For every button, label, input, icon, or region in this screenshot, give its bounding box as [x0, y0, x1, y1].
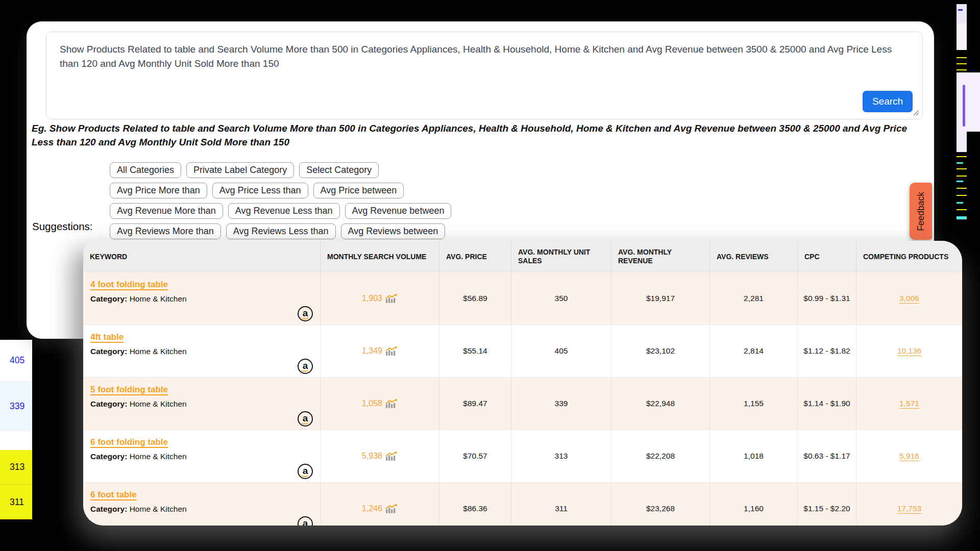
keyword-cell: 4ft table Category: Home & Kitchen a [83, 325, 321, 377]
unit-sales-cell: 313 [511, 430, 611, 482]
search-volume-cell: 5,938 [321, 430, 439, 482]
search-volume-cell: 1,246 [321, 483, 439, 525]
search-volume-cell: 1,903 [321, 272, 439, 324]
chip-avg-reviews-more-than[interactable]: Avg Reviews More than [110, 223, 221, 239]
search-volume-value: 1,349 [362, 346, 382, 356]
amazon-smile-icon [301, 314, 309, 319]
background-spreadsheet-cell: 313 [0, 450, 32, 484]
col-header-avg-price: AVG. PRICE [439, 241, 511, 272]
reviews-cell: 1,155 [710, 378, 798, 430]
category-label: Category: [90, 452, 127, 461]
example-query-text: Eg. Show Products Related to table and S… [32, 121, 931, 149]
col-header-avg-reviews: AVG. REVIEWS [710, 241, 798, 272]
amazon-icon[interactable]: a [298, 516, 313, 525]
keyword-link[interactable]: 6 foot table [90, 490, 137, 500]
revenue-cell: $23,102 [611, 325, 710, 377]
keyword-category: Category: Home & Kitchen [90, 294, 310, 304]
category-value: Home & Kitchen [130, 399, 187, 408]
chip-avg-revenue-between[interactable]: Avg Revenue between [345, 203, 452, 219]
search-volume-cell: 1,058 [321, 378, 439, 430]
screen-artifact [957, 188, 967, 189]
amazon-icon[interactable]: a [298, 411, 313, 427]
screen-artifact [957, 63, 967, 64]
screen-edge-artifacts [957, 0, 980, 240]
keyword-category: Category: Home & Kitchen [90, 399, 310, 409]
results-table-card: KEYWORD MONTHLY SEARCH VOLUME AVG. PRICE… [83, 241, 962, 525]
keyword-link[interactable]: 6 foot folding table [90, 437, 168, 447]
category-label: Category: [90, 399, 127, 408]
screen-artifact [957, 69, 967, 70]
competing-products-cell: 3,006 [856, 272, 962, 324]
amazon-smile-icon [301, 367, 309, 372]
keyword-link[interactable]: 4ft table [90, 332, 124, 342]
col-header-keyword: KEYWORD [83, 241, 321, 272]
col-header-monthly-search-volume: MONTHLY SEARCH VOLUME [321, 241, 439, 272]
trend-chart-icon[interactable] [385, 452, 398, 461]
table-row: 4ft table Category: Home & Kitchen a 1,3… [83, 325, 962, 378]
screen-artifact [957, 181, 963, 182]
chip-avg-reviews-less-than[interactable]: Avg Reviews Less than [226, 223, 336, 239]
suggestions-label: Suggestions: [32, 220, 93, 233]
category-value: Home & Kitchen [130, 347, 187, 356]
suggestion-row-revenue: Avg Revenue More than Avg Revenue Less t… [110, 203, 451, 219]
search-volume-value: 1,058 [362, 399, 382, 408]
chip-avg-revenue-more-than[interactable]: Avg Revenue More than [110, 203, 223, 219]
search-volume-value: 1,246 [362, 504, 382, 513]
query-input[interactable]: Show Products Related to table and Searc… [46, 32, 923, 119]
suggestion-row-categories: All Categories Private Label Category Se… [110, 162, 451, 178]
trend-chart-icon[interactable] [385, 346, 398, 356]
chip-private-label-category[interactable]: Private Label Category [186, 162, 294, 178]
col-header-avg-monthly-revenue: AVG. MONTHLY REVENUE [611, 241, 710, 272]
table-row: 6 foot folding table Category: Home & Ki… [83, 430, 962, 483]
revenue-cell: $22,208 [611, 430, 710, 482]
avg-price-cell: $55.14 [439, 325, 511, 377]
revenue-cell: $23,268 [611, 483, 710, 525]
amazon-icon[interactable]: a [298, 359, 313, 374]
chip-all-categories[interactable]: All Categories [110, 162, 181, 178]
screen-artifact [957, 202, 963, 204]
chip-avg-revenue-less-than[interactable]: Avg Revenue Less than [228, 203, 340, 219]
keyword-link[interactable]: 4 foot folding table [90, 280, 168, 290]
chip-avg-price-between[interactable]: Avg Price between [313, 183, 404, 198]
keyword-link[interactable]: 5 foot folding table [90, 385, 168, 395]
unit-sales-cell: 339 [511, 378, 611, 430]
col-header-avg-monthly-unit-sales: AVG. MONTHLY UNIT SALES [511, 241, 611, 272]
trend-chart-icon[interactable] [385, 399, 398, 409]
table-header-row: KEYWORD MONTHLY SEARCH VOLUME AVG. PRICE… [83, 241, 962, 272]
background-spreadsheet-cell: 339 [0, 381, 32, 432]
amazon-icon[interactable]: a [298, 306, 313, 321]
keyword-cell: 4 foot folding table Category: Home & Ki… [83, 272, 321, 324]
feedback-tab[interactable]: Feedback [910, 183, 932, 240]
keyword-category: Category: Home & Kitchen [90, 452, 310, 461]
competing-products-link[interactable]: 17,753 [897, 504, 921, 513]
trend-chart-icon[interactable] [385, 294, 398, 304]
screen-artifact [963, 85, 965, 127]
chip-avg-price-more-than[interactable]: Avg Price More than [110, 183, 207, 198]
avg-price-cell: $56.89 [439, 272, 511, 324]
background-spreadsheet-cell: 405 [0, 340, 32, 381]
competing-products-link[interactable]: 10,136 [897, 346, 921, 356]
cpc-cell: $1.14 - $1.90 [798, 378, 856, 430]
screen-artifact [958, 9, 963, 11]
screen-artifact [957, 162, 963, 164]
competing-products-link[interactable]: 3,006 [899, 294, 919, 303]
chip-avg-price-less-than[interactable]: Avg Price Less than [212, 183, 308, 198]
col-header-cpc: CPC [798, 241, 856, 272]
category-label: Category: [90, 347, 127, 356]
chip-avg-reviews-between[interactable]: Avg Reviews between [341, 223, 446, 239]
search-volume-value: 5,938 [362, 452, 382, 461]
category-value: Home & Kitchen [130, 505, 187, 513]
resize-handle-icon[interactable] [913, 109, 920, 116]
competing-products-cell: 1,571 [856, 378, 962, 430]
unit-sales-cell: 311 [511, 483, 611, 525]
competing-products-link[interactable]: 5,916 [899, 452, 919, 461]
table-body: 4 foot folding table Category: Home & Ki… [83, 272, 962, 525]
trend-chart-icon[interactable] [385, 504, 398, 514]
competing-products-link[interactable]: 1,571 [899, 399, 919, 408]
search-button[interactable]: Search [863, 91, 913, 112]
reviews-cell: 1,160 [710, 483, 798, 525]
category-label: Category: [90, 505, 127, 513]
avg-price-cell: $89.47 [439, 378, 511, 430]
amazon-icon[interactable]: a [298, 464, 313, 479]
chip-select-category[interactable]: Select Category [299, 162, 379, 178]
